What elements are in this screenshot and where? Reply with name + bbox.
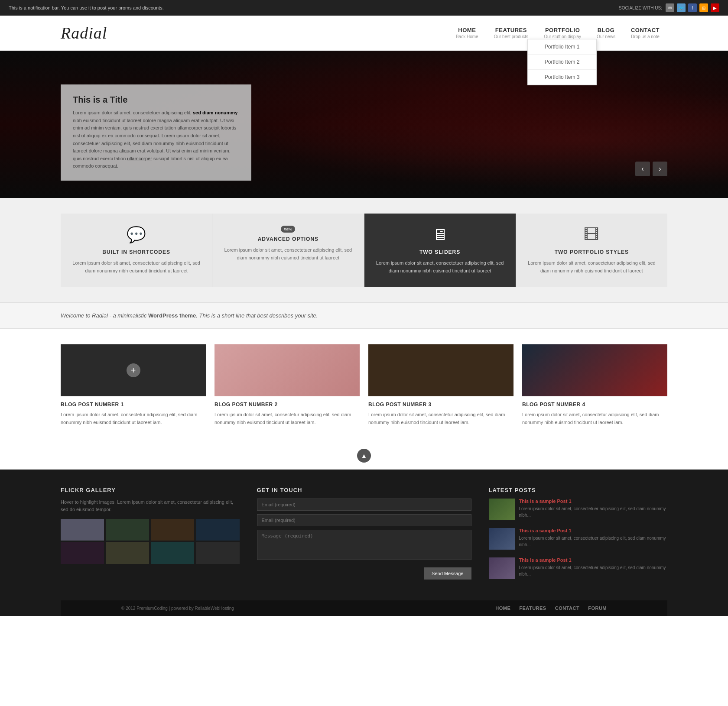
portfolio-item-2[interactable]: Portfolio Item 2 (528, 55, 596, 70)
blog-thumb-4[interactable] (522, 344, 667, 396)
footer-latest-posts: LATEST POSTS This is a sample Post 1 Lor… (489, 487, 668, 587)
nav-label-contact: CONTACT (631, 27, 660, 33)
footer-flickr: FLICKR GALLERY Hover to highlight images… (61, 487, 240, 587)
flickr-thumb-4[interactable] (196, 519, 239, 541)
feature-advanced: new! ADVANCED OPTIONS Lorem ipsum dolor … (212, 214, 364, 287)
blog-thumb-3[interactable] (368, 344, 514, 396)
portfolio-item-1[interactable]: Portfolio Item 1 (528, 39, 596, 55)
twitter-icon[interactable]: 🐦 (677, 3, 686, 12)
facebook-icon[interactable]: f (688, 3, 697, 12)
email1-field (257, 499, 471, 511)
latest-post-3-text: Lorem ipsum dolor sit amet, consectetuer… (519, 564, 668, 577)
nav-sub-portfolio: Our stuff on display (544, 34, 581, 39)
email-social-icon[interactable]: ✉ (666, 3, 674, 12)
blog-thumb-1[interactable]: + (61, 344, 206, 396)
footer-copyright: © 2012 PremiumCoding | powered by Reliab… (121, 606, 234, 611)
hero-prev-button[interactable]: ‹ (635, 162, 650, 176)
flickr-thumb-8[interactable] (196, 542, 239, 564)
shortcodes-title: BUILT IN SHORTCODES (71, 249, 202, 255)
latest-post-3-title[interactable]: This is a sample Post 1 (519, 557, 668, 563)
latest-thumb-2[interactable] (489, 528, 515, 550)
scroll-up-button[interactable]: ▲ (357, 449, 371, 463)
latest-post-3-content: This is a sample Post 1 Lorem ipsum dolo… (519, 557, 668, 579)
message-field (257, 530, 471, 561)
flickr-gallery (61, 519, 240, 564)
blog-grid: + BLOG POST NUMBER 1 Lorem ipsum dolor s… (0, 329, 728, 442)
footer-nav-forum[interactable]: FORUM (588, 606, 607, 611)
blog-post-text-2: Lorem ipsum dolor sit amet, consectetur … (214, 411, 360, 426)
footer-nav-features[interactable]: FEATURES (519, 606, 546, 611)
notification-bar: This is a notification bar. You can use … (0, 0, 728, 16)
blog-post-2: BLOG POST NUMBER 2 Lorem ipsum dolor sit… (214, 344, 360, 426)
blog-posts-list: + BLOG POST NUMBER 1 Lorem ipsum dolor s… (61, 344, 667, 426)
nav-label-features: FEATURES (494, 27, 528, 33)
latest-post-2-title[interactable]: This is a sample Post 1 (519, 528, 668, 533)
feature-sliders: 🖥 TWO SLIDERS Lorem ipsum dolor sit amet… (364, 214, 516, 287)
blog-post-text-4: Lorem ipsum dolor sit amet, consectetur … (522, 411, 667, 426)
blog-post-4: BLOG POST NUMBER 4 Lorem ipsum dolor sit… (522, 344, 667, 426)
nav-label-portfolio: PORTFOLIO (544, 27, 581, 33)
shortcodes-icon: 💬 (71, 226, 202, 244)
nav-sub-blog: Our news (597, 34, 615, 39)
main-nav: HOME Back Home FEATURES Our best product… (448, 27, 667, 39)
hero-text: Lorem ipsum dolor sit amet, consectetuer… (73, 109, 239, 170)
nav-item-contact[interactable]: CONTACT Drop us a note (623, 27, 667, 39)
flickr-thumb-1[interactable] (61, 519, 104, 541)
flickr-thumb-7[interactable] (151, 542, 194, 564)
plus-icon[interactable]: + (127, 363, 140, 377)
flickr-thumb-5[interactable] (61, 542, 104, 564)
flickr-thumb-2[interactable] (106, 519, 149, 541)
hero-slider: This is a Title Lorem ipsum dolor sit am… (0, 51, 728, 198)
hero-content: This is a Title Lorem ipsum dolor sit am… (61, 84, 251, 181)
message-input[interactable] (257, 530, 471, 560)
footer-nav-contact[interactable]: CONTACT (555, 606, 579, 611)
scroll-up-section: ▲ (0, 442, 728, 470)
new-badge: new! (281, 226, 295, 233)
portfolio-item-3[interactable]: Portfolio Item 3 (528, 70, 596, 85)
blog-thumb-2[interactable] (214, 344, 360, 396)
email1-input[interactable] (257, 499, 471, 511)
feature-portfolio: 🎞 TWO PORTFOLIO STYLES Lorem ipsum dolor… (516, 214, 667, 287)
youtube-icon[interactable]: ▶ (711, 3, 719, 12)
welcome-text: Welcome to Radial - a minimalistic WordP… (61, 312, 667, 319)
nav-item-blog[interactable]: BLOG Our news (589, 27, 623, 39)
header: Radial HOME Back Home FEATURES Our best … (0, 16, 728, 51)
sliders-text: Lorem ipsum dolor sit amet, consectetuer… (375, 259, 505, 275)
footer-nav-home[interactable]: HOME (495, 606, 510, 611)
portfolio-styles-title: TWO PORTFOLIO STYLES (526, 249, 657, 255)
footer-bottom-nav: HOME FEATURES CONTACT FORUM (495, 606, 607, 611)
hero-next-button[interactable]: › (653, 162, 667, 176)
latest-thumb-3[interactable] (489, 557, 515, 579)
blog-post-text-3: Lorem ipsum dolor sit amet, consectetur … (368, 411, 514, 426)
nav-item-features[interactable]: FEATURES Our best products (486, 27, 536, 39)
flickr-thumb-3[interactable] (151, 519, 194, 541)
flickr-thumb-6[interactable] (106, 542, 149, 564)
latest-posts-heading: LATEST POSTS (489, 487, 668, 493)
latest-post-1-title[interactable]: This is a sample Post 1 (519, 499, 668, 504)
hero-navigation: ‹ › (635, 162, 667, 176)
hero-title: This is a Title (73, 95, 239, 105)
flickr-sub: Hover to highlight images. Lorem ipsum d… (61, 499, 240, 513)
latest-post-1-content: This is a sample Post 1 Lorem ipsum dolo… (519, 499, 668, 520)
blog-post-1: + BLOG POST NUMBER 1 Lorem ipsum dolor s… (61, 344, 206, 426)
rss-icon[interactable]: ⊞ (699, 3, 708, 12)
footer-columns: FLICKR GALLERY Hover to highlight images… (61, 487, 667, 600)
latest-post-2: This is a sample Post 1 Lorem ipsum dolo… (489, 528, 668, 550)
contact-form: Send Message (257, 499, 471, 561)
nav-item-portfolio[interactable]: PORTFOLIO Our stuff on display Portfolio… (536, 27, 589, 39)
latest-post-1: This is a sample Post 1 Lorem ipsum dolo… (489, 499, 668, 520)
blog-post-title-2: BLOG POST NUMBER 2 (214, 402, 360, 408)
flickr-heading: FLICKR GALLERY (61, 487, 240, 493)
blog-post-title-1: BLOG POST NUMBER 1 (61, 402, 206, 408)
nav-item-home[interactable]: HOME Back Home (448, 27, 486, 39)
latest-thumb-1[interactable] (489, 499, 515, 520)
advanced-title: ADVANCED OPTIONS (223, 236, 353, 242)
footer-bottom: © 2012 PremiumCoding | powered by Reliab… (61, 600, 667, 616)
blog-post-3: BLOG POST NUMBER 3 Lorem ipsum dolor sit… (368, 344, 514, 426)
portfolio-styles-text: Lorem ipsum dolor sit amet, consectetuer… (526, 259, 657, 275)
blog-post-text-1: Lorem ipsum dolor sit amet, consectetur … (61, 411, 206, 426)
send-button[interactable]: Send Message (424, 567, 471, 580)
nav-sub-features: Our best products (494, 34, 528, 39)
latest-post-3: This is a sample Post 1 Lorem ipsum dolo… (489, 557, 668, 579)
email2-input[interactable] (257, 514, 471, 526)
